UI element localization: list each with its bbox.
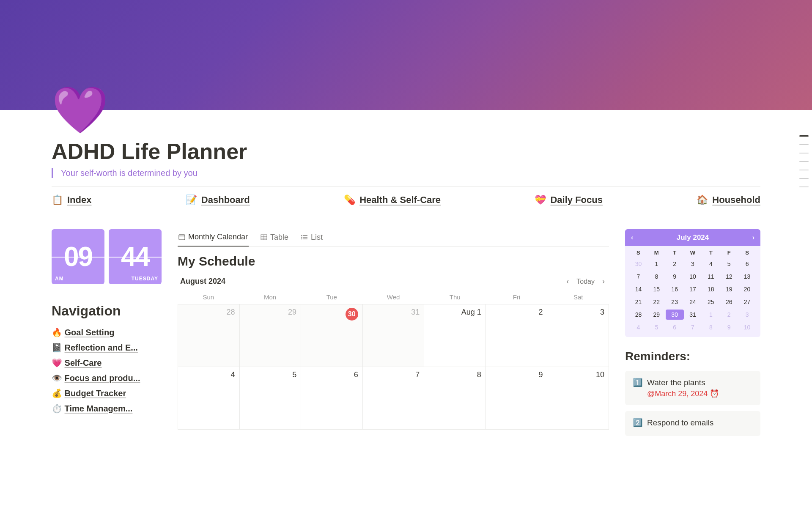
reminder-card[interactable]: 1️⃣Water the plants@March 29, 2024 ⏰ — [625, 371, 760, 405]
mini-calendar-grid[interactable]: 3012345678910111213141516171819202122232… — [625, 258, 760, 334]
top-nav-health[interactable]: 💊 Health & Self-Care — [344, 195, 441, 206]
month-controls: ‹ Today › — [565, 275, 606, 288]
mini-day[interactable]: 7 — [629, 271, 647, 282]
nav-item[interactable]: 📓 Reflection and E... — [52, 340, 162, 355]
mini-day[interactable]: 4 — [629, 322, 647, 332]
mini-day[interactable]: 22 — [647, 297, 666, 307]
mini-day[interactable]: 6 — [738, 259, 756, 269]
nav-item[interactable]: 🔥 Goal Setting — [52, 325, 162, 340]
tab-monthly-calendar[interactable]: Monthly Calendar — [178, 229, 249, 247]
calendar-cell[interactable]: 4 — [178, 367, 240, 430]
mini-day[interactable]: 1 — [647, 259, 666, 269]
nav-item[interactable]: 👁️ Focus and produ... — [52, 370, 162, 386]
calendar-cell[interactable]: 10 — [547, 367, 609, 430]
mini-day[interactable]: 18 — [702, 284, 720, 294]
mini-day[interactable]: 24 — [684, 297, 702, 307]
mini-day[interactable]: 1 — [702, 310, 720, 320]
top-nav: 📋 Index 📝 Dashboard 💊 Health & Self-Care… — [52, 195, 760, 206]
mini-day[interactable]: 12 — [720, 271, 738, 282]
nav-item[interactable]: 💰 Budget Tracker — [52, 386, 162, 401]
mini-day[interactable]: 14 — [629, 284, 647, 294]
calendar-cell[interactable]: 3 — [547, 304, 609, 367]
month-label[interactable]: August 2024 — [180, 277, 225, 286]
mini-day[interactable]: 3 — [684, 259, 702, 269]
mini-day[interactable]: 6 — [666, 322, 684, 332]
top-nav-dashboard[interactable]: 📝 Dashboard — [186, 195, 250, 206]
top-nav-daily-focus[interactable]: 💝 Daily Focus — [535, 195, 602, 206]
mini-day[interactable]: 17 — [684, 284, 702, 294]
calendar-grid[interactable]: 28293031Aug 12345678910 — [178, 304, 609, 430]
mini-day[interactable]: 8 — [647, 271, 666, 282]
calendar-cell[interactable]: Aug 1 — [424, 304, 486, 367]
page-icon[interactable]: 💜 — [52, 87, 760, 133]
mini-day[interactable]: 9 — [666, 271, 684, 282]
today-button[interactable]: Today — [576, 278, 595, 285]
top-nav-household[interactable]: 🏠 Household — [697, 195, 760, 206]
mini-day[interactable]: 31 — [684, 310, 702, 320]
schedule-title[interactable]: My Schedule — [178, 254, 609, 269]
mini-day[interactable]: 2 — [720, 310, 738, 320]
mini-day[interactable]: 4 — [702, 259, 720, 269]
calendar-cell[interactable]: 28 — [178, 304, 240, 367]
calendar-cell[interactable]: 31 — [363, 304, 425, 367]
calendar-cell[interactable]: 29 — [240, 304, 302, 367]
top-nav-label: Dashboard — [201, 195, 250, 206]
mini-day[interactable]: 11 — [702, 271, 720, 282]
mini-day[interactable]: 28 — [629, 310, 647, 320]
day-number: 6 — [354, 370, 358, 379]
calendar-icon — [178, 234, 185, 241]
mini-day[interactable]: 30 — [629, 259, 647, 269]
mini-day[interactable]: 19 — [720, 284, 738, 294]
mini-day[interactable]: 9 — [720, 322, 738, 332]
mini-day[interactable]: 5 — [720, 259, 738, 269]
mini-day[interactable]: 30 — [666, 310, 684, 320]
page-subtitle[interactable]: Your self-worth is determined by you — [61, 168, 198, 178]
prev-month-button[interactable]: ‹ — [565, 275, 571, 288]
mini-day[interactable]: 10 — [738, 322, 756, 332]
mini-prev-button[interactable]: ‹ — [631, 234, 633, 241]
mini-day[interactable]: 10 — [684, 271, 702, 282]
calendar-cell[interactable]: 5 — [240, 367, 302, 430]
table-icon — [261, 234, 267, 241]
mini-day[interactable]: 25 — [702, 297, 720, 307]
clock-minute-card: 44 TUESDAY — [109, 229, 162, 284]
mini-dow: M — [647, 249, 666, 256]
mini-day[interactable]: 29 — [647, 310, 666, 320]
page-title[interactable]: ADHD Life Planner — [52, 139, 760, 164]
mini-day[interactable]: 7 — [684, 322, 702, 332]
nav-item[interactable]: 💗 Self-Care — [52, 355, 162, 370]
mini-day[interactable]: 27 — [738, 297, 756, 307]
mini-day[interactable]: 20 — [738, 284, 756, 294]
mini-day[interactable]: 21 — [629, 297, 647, 307]
mini-day[interactable]: 8 — [702, 322, 720, 332]
calendar-cell[interactable]: 9 — [486, 367, 548, 430]
tab-table[interactable]: Table — [260, 230, 289, 246]
mini-day[interactable]: 13 — [738, 271, 756, 282]
calendar-cell[interactable]: 6 — [301, 367, 363, 430]
tab-label: List — [311, 233, 323, 242]
nav-item[interactable]: ⏱️ Time Managem... — [52, 401, 162, 416]
reminder-card[interactable]: 2️⃣Respond to emails — [625, 411, 760, 436]
top-nav-label: Index — [67, 195, 91, 206]
next-month-button[interactable]: › — [601, 275, 606, 288]
top-nav-index[interactable]: 📋 Index — [52, 195, 91, 206]
mini-day[interactable]: 16 — [666, 284, 684, 294]
mini-day[interactable]: 5 — [647, 322, 666, 332]
mini-day[interactable]: 2 — [666, 259, 684, 269]
calendar-cell[interactable]: 8 — [424, 367, 486, 430]
mini-calendar[interactable]: ‹ July 2024 › SMTWTFS 301234567891011121… — [625, 229, 760, 337]
tab-list[interactable]: List — [300, 230, 324, 246]
mini-day[interactable]: 3 — [738, 310, 756, 320]
right-column: ‹ July 2024 › SMTWTFS 301234567891011121… — [625, 229, 760, 442]
calendar-cell[interactable]: 2 — [486, 304, 548, 367]
day-number: 4 — [231, 370, 235, 379]
mini-day[interactable]: 23 — [666, 297, 684, 307]
mini-next-button[interactable]: › — [752, 234, 754, 241]
mini-day[interactable]: 26 — [720, 297, 738, 307]
calendar-cell[interactable]: 30 — [301, 304, 363, 367]
mini-month-label: July 2024 — [677, 233, 709, 242]
nav-item-label: Budget Tracker — [65, 389, 126, 398]
mini-day[interactable]: 15 — [647, 284, 666, 294]
left-column: 09 AM 44 TUESDAY Navigation 🔥 Goal Setti… — [52, 229, 162, 442]
calendar-cell[interactable]: 7 — [363, 367, 425, 430]
